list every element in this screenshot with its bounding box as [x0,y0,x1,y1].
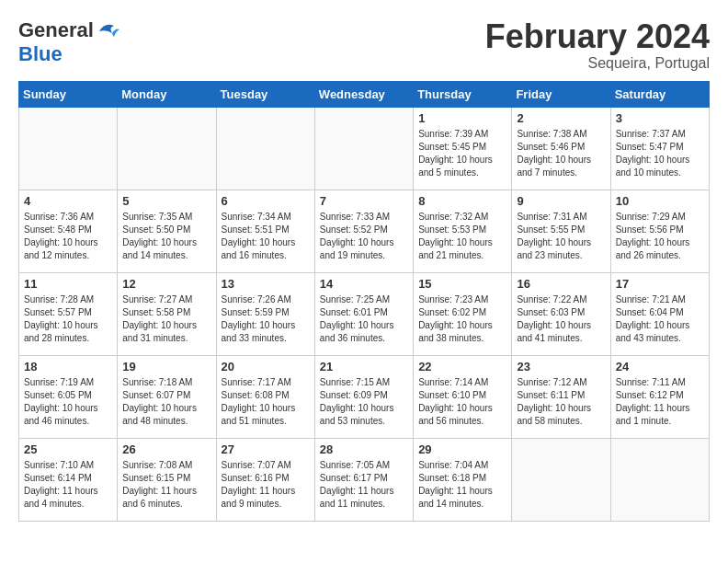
day-number: 14 [320,277,408,291]
day-info: Sunrise: 7:25 AM Sunset: 6:01 PM Dayligh… [320,293,408,345]
calendar-cell: 9Sunrise: 7:31 AM Sunset: 5:55 PM Daylig… [512,190,610,272]
day-info: Sunrise: 7:32 AM Sunset: 5:53 PM Dayligh… [418,211,506,262]
day-number: 7 [320,194,408,208]
calendar-cell: 20Sunrise: 7:17 AM Sunset: 6:08 PM Dayli… [216,355,314,438]
calendar-title-area: February 2024 Sequeira, Portugal [485,18,710,72]
calendar-cell: 5Sunrise: 7:35 AM Sunset: 5:50 PM Daylig… [118,190,216,272]
calendar-week-row: 11Sunrise: 7:28 AM Sunset: 5:57 PM Dayli… [19,272,710,355]
day-number: 20 [222,360,310,373]
day-number: 9 [517,194,605,208]
calendar-cell: 25Sunrise: 7:10 AM Sunset: 6:14 PM Dayli… [19,438,118,521]
day-number: 16 [517,277,605,291]
col-header-wednesday: Wednesday [314,81,413,107]
calendar-cell: 3Sunrise: 7:37 AM Sunset: 5:47 PM Daylig… [610,107,709,190]
day-number: 8 [418,194,506,208]
day-number: 27 [222,442,310,456]
col-header-saturday: Saturday [610,81,709,107]
calendar-week-row: 25Sunrise: 7:10 AM Sunset: 6:14 PM Dayli… [19,438,710,521]
calendar-week-row: 18Sunrise: 7:19 AM Sunset: 6:05 PM Dayli… [19,355,710,438]
day-info: Sunrise: 7:36 AM Sunset: 5:48 PM Dayligh… [24,211,112,262]
day-info: Sunrise: 7:14 AM Sunset: 6:10 PM Dayligh… [418,376,506,428]
calendar-cell: 18Sunrise: 7:19 AM Sunset: 6:05 PM Dayli… [19,355,118,438]
calendar-cell: 15Sunrise: 7:23 AM Sunset: 6:02 PM Dayli… [414,272,512,355]
day-info: Sunrise: 7:18 AM Sunset: 6:07 PM Dayligh… [122,376,210,428]
day-info: Sunrise: 7:31 AM Sunset: 5:55 PM Dayligh… [517,211,605,262]
day-info: Sunrise: 7:33 AM Sunset: 5:52 PM Dayligh… [320,211,408,262]
day-info: Sunrise: 7:12 AM Sunset: 6:11 PM Dayligh… [517,376,605,428]
calendar-cell: 19Sunrise: 7:18 AM Sunset: 6:07 PM Dayli… [118,355,216,438]
day-info: Sunrise: 7:17 AM Sunset: 6:08 PM Dayligh… [222,376,310,428]
day-number: 22 [418,360,506,373]
day-info: Sunrise: 7:22 AM Sunset: 6:03 PM Dayligh… [517,293,605,345]
calendar-cell: 7Sunrise: 7:33 AM Sunset: 5:52 PM Daylig… [314,190,413,272]
calendar-cell: 22Sunrise: 7:14 AM Sunset: 6:10 PM Dayli… [414,355,512,438]
day-info: Sunrise: 7:19 AM Sunset: 6:05 PM Dayligh… [24,376,112,428]
calendar-cell: 29Sunrise: 7:04 AM Sunset: 6:18 PM Dayli… [414,438,512,521]
day-info: Sunrise: 7:26 AM Sunset: 5:59 PM Dayligh… [222,293,310,345]
calendar-cell [19,107,118,190]
day-number: 1 [418,111,506,125]
day-number: 11 [24,277,112,291]
calendar-cell: 8Sunrise: 7:32 AM Sunset: 5:53 PM Daylig… [414,190,512,272]
calendar-cell: 1Sunrise: 7:39 AM Sunset: 5:45 PM Daylig… [414,107,512,190]
calendar-subtitle: Sequeira, Portugal [485,55,710,72]
day-number: 4 [24,194,112,208]
day-number: 24 [616,360,704,373]
calendar-cell [216,107,314,190]
day-info: Sunrise: 7:28 AM Sunset: 5:57 PM Dayligh… [24,293,112,345]
day-number: 10 [616,194,704,208]
day-info: Sunrise: 7:10 AM Sunset: 6:14 PM Dayligh… [24,459,112,511]
calendar-cell [118,107,216,190]
day-info: Sunrise: 7:37 AM Sunset: 5:47 PM Dayligh… [616,128,704,179]
day-info: Sunrise: 7:11 AM Sunset: 6:12 PM Dayligh… [616,376,704,428]
calendar-week-row: 4Sunrise: 7:36 AM Sunset: 5:48 PM Daylig… [19,190,710,272]
calendar-cell [512,438,610,521]
day-info: Sunrise: 7:04 AM Sunset: 6:18 PM Dayligh… [418,459,506,511]
col-header-friday: Friday [512,81,610,107]
day-number: 25 [24,442,112,456]
day-number: 12 [122,277,210,291]
col-header-sunday: Sunday [19,81,118,107]
day-info: Sunrise: 7:35 AM Sunset: 5:50 PM Dayligh… [122,211,210,262]
logo: General Blue [18,18,121,66]
day-info: Sunrise: 7:23 AM Sunset: 6:02 PM Dayligh… [418,293,506,345]
calendar-title: February 2024 [485,18,710,55]
calendar-cell: 16Sunrise: 7:22 AM Sunset: 6:03 PM Dayli… [512,272,610,355]
calendar-cell: 10Sunrise: 7:29 AM Sunset: 5:56 PM Dayli… [610,190,709,272]
col-header-monday: Monday [118,81,216,107]
logo-bird-icon [96,20,121,40]
col-header-thursday: Thursday [414,81,512,107]
logo-blue: Blue [18,42,63,66]
day-info: Sunrise: 7:34 AM Sunset: 5:51 PM Dayligh… [222,211,310,262]
logo-general: General [18,18,94,42]
calendar-cell: 14Sunrise: 7:25 AM Sunset: 6:01 PM Dayli… [314,272,413,355]
day-number: 28 [320,442,408,456]
day-info: Sunrise: 7:29 AM Sunset: 5:56 PM Dayligh… [616,211,704,262]
calendar-week-row: 1Sunrise: 7:39 AM Sunset: 5:45 PM Daylig… [19,107,710,190]
calendar-cell [610,438,709,521]
day-number: 21 [320,360,408,373]
day-number: 18 [24,360,112,373]
calendar-cell: 13Sunrise: 7:26 AM Sunset: 5:59 PM Dayli… [216,272,314,355]
page-header: General Blue February 2024 Sequeira, Por… [18,18,710,72]
day-info: Sunrise: 7:38 AM Sunset: 5:46 PM Dayligh… [517,128,605,179]
calendar-header-row: SundayMondayTuesdayWednesdayThursdayFrid… [19,81,710,107]
calendar-cell [314,107,413,190]
day-info: Sunrise: 7:39 AM Sunset: 5:45 PM Dayligh… [418,128,506,179]
day-info: Sunrise: 7:05 AM Sunset: 6:17 PM Dayligh… [320,459,408,511]
calendar-cell: 26Sunrise: 7:08 AM Sunset: 6:15 PM Dayli… [118,438,216,521]
calendar-cell: 28Sunrise: 7:05 AM Sunset: 6:17 PM Dayli… [314,438,413,521]
day-number: 5 [122,194,210,208]
day-number: 13 [222,277,310,291]
day-info: Sunrise: 7:21 AM Sunset: 6:04 PM Dayligh… [616,293,704,345]
day-info: Sunrise: 7:27 AM Sunset: 5:58 PM Dayligh… [122,293,210,345]
day-info: Sunrise: 7:07 AM Sunset: 6:16 PM Dayligh… [222,459,310,511]
calendar-cell: 2Sunrise: 7:38 AM Sunset: 5:46 PM Daylig… [512,107,610,190]
calendar-cell: 12Sunrise: 7:27 AM Sunset: 5:58 PM Dayli… [118,272,216,355]
day-number: 6 [222,194,310,208]
calendar-cell: 17Sunrise: 7:21 AM Sunset: 6:04 PM Dayli… [610,272,709,355]
calendar-cell: 11Sunrise: 7:28 AM Sunset: 5:57 PM Dayli… [19,272,118,355]
day-number: 23 [517,360,605,373]
calendar-cell: 27Sunrise: 7:07 AM Sunset: 6:16 PM Dayli… [216,438,314,521]
col-header-tuesday: Tuesday [216,81,314,107]
